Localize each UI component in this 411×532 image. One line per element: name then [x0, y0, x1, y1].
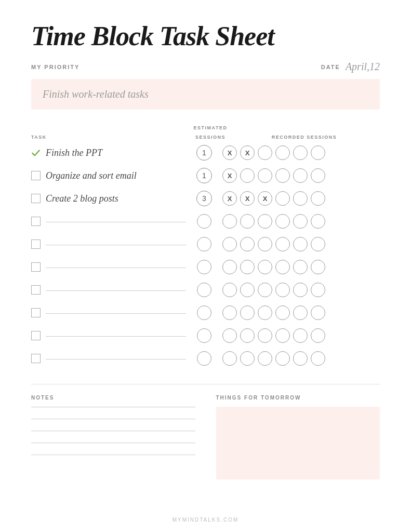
task-checkbox[interactable] — [31, 171, 41, 180]
session-circle — [240, 168, 255, 183]
session-circle — [222, 237, 237, 251]
task-name-text: Organize and sort email — [46, 170, 137, 181]
session-circle — [258, 260, 272, 274]
session-circle — [293, 237, 308, 251]
task-empty-line — [46, 268, 186, 268]
session-circle — [240, 283, 255, 297]
session-circle — [275, 283, 290, 297]
task-name-text: Create 2 blog posts — [46, 193, 118, 204]
task-empty-line — [46, 336, 186, 337]
session-circle — [240, 351, 255, 366]
task-empty-line — [46, 359, 186, 360]
meta-row: MY PRIORITY DATE April,12 — [31, 61, 380, 73]
session-circle: X — [240, 145, 255, 160]
est-cell: 1 — [186, 168, 222, 183]
session-circle — [293, 214, 308, 229]
sessions-cells — [222, 214, 380, 229]
session-circle — [293, 168, 308, 183]
est-col-label: ESTIMATED SESSIONS — [194, 125, 228, 140]
session-circle — [293, 283, 308, 297]
task-empty-line — [46, 290, 186, 291]
session-circle — [311, 168, 325, 183]
table-row — [31, 257, 380, 277]
task-checkbox[interactable] — [31, 285, 41, 295]
sessions-cells — [222, 283, 380, 297]
estimated-empty — [197, 214, 211, 229]
session-circle — [258, 328, 272, 343]
task-checkbox[interactable] — [31, 354, 41, 363]
task-checkbox[interactable] — [31, 240, 41, 249]
session-circle — [275, 328, 290, 343]
task-name-area — [46, 358, 186, 360]
session-circle — [293, 260, 308, 274]
task-name-area — [46, 312, 186, 314]
sessions-cells — [222, 260, 380, 274]
session-circle — [311, 283, 325, 297]
session-circle: X — [222, 168, 237, 183]
task-empty-line — [46, 222, 186, 222]
task-checkbox[interactable] — [31, 308, 41, 317]
table-row — [31, 303, 380, 323]
task-checkbox[interactable] — [31, 194, 41, 203]
est-cell — [186, 260, 222, 274]
notes-section: NOTES — [31, 395, 195, 480]
session-circle — [293, 145, 308, 160]
session-circle — [258, 351, 272, 366]
notes-label: NOTES — [31, 395, 195, 401]
session-circle — [275, 214, 290, 229]
task-checkbox[interactable] — [31, 331, 41, 340]
sessions-cells: X — [222, 168, 380, 183]
session-circle — [240, 305, 255, 320]
table-row — [31, 280, 380, 300]
page: Time Block Task Sheet MY PRIORITY DATE A… — [0, 0, 411, 532]
session-circle — [275, 260, 290, 274]
sessions-cells — [222, 237, 380, 251]
session-circle — [222, 214, 237, 229]
session-circle — [275, 351, 290, 366]
rec-col-label: RECORDED SESSIONS — [272, 135, 337, 140]
date-label: DATE — [321, 64, 340, 70]
task-name-area — [46, 267, 186, 268]
note-line-1 — [31, 407, 195, 407]
session-circle — [311, 305, 325, 320]
session-circle — [311, 191, 325, 206]
estimated-empty — [197, 328, 211, 343]
task-checkbox[interactable] — [31, 148, 41, 157]
session-circle — [222, 351, 237, 366]
sessions-cells — [222, 351, 380, 366]
task-name-area — [46, 335, 186, 337]
session-circle — [275, 191, 290, 206]
est-cell — [186, 214, 222, 229]
tomorrow-box — [216, 407, 380, 480]
table-row — [31, 234, 380, 254]
session-circle — [311, 351, 325, 366]
est-cell — [186, 237, 222, 251]
session-circle — [222, 328, 237, 343]
estimated-empty — [197, 351, 211, 366]
task-name-area — [46, 221, 186, 222]
session-circle — [258, 237, 272, 251]
table-row: Create 2 blog posts3XXX — [31, 189, 380, 208]
note-line-3 — [31, 431, 195, 431]
task-name-area: Organize and sort email — [46, 170, 186, 181]
est-cell: 3 — [186, 191, 222, 206]
session-circle — [240, 237, 255, 251]
note-line-4 — [31, 443, 195, 443]
session-circle — [258, 283, 272, 297]
table-row: Organize and sort email1X — [31, 166, 380, 185]
footer: MYMINDTALKS.COM — [0, 517, 411, 523]
session-circle — [222, 283, 237, 297]
table-row — [31, 349, 380, 368]
session-circle — [222, 260, 237, 274]
sessions-cells: XX — [222, 145, 380, 160]
session-circle — [275, 305, 290, 320]
session-circle — [311, 214, 325, 229]
task-name-area — [46, 289, 186, 291]
note-line-2 — [31, 419, 195, 419]
table-row — [31, 211, 380, 231]
page-title: Time Block Task Sheet — [31, 21, 380, 51]
task-checkbox[interactable] — [31, 217, 41, 226]
session-circle — [275, 145, 290, 160]
task-checkbox[interactable] — [31, 262, 41, 272]
session-circle — [258, 168, 272, 183]
